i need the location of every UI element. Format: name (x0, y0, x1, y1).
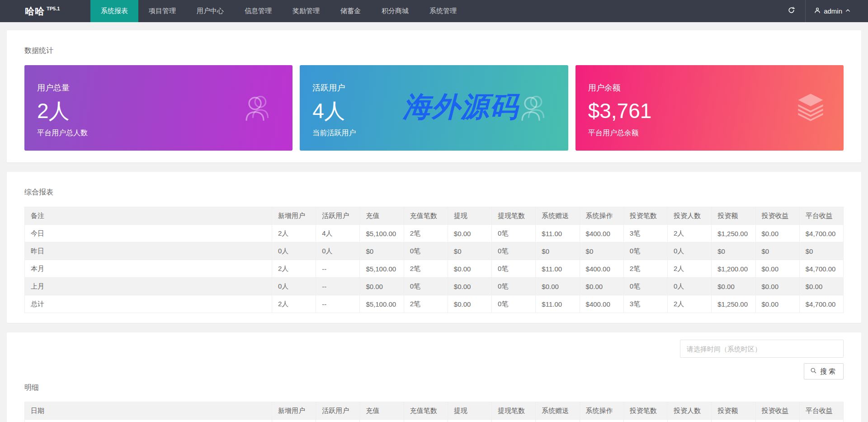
table-cell: $0.00 (448, 420, 491, 422)
table-cell: $11.00 (536, 225, 580, 242)
page-content: 数据统计 用户总量 2人 平台用户总人数 活跃用户 4人 当前活 (0, 22, 868, 422)
column-header: 系统操作 (580, 207, 623, 225)
table-cell: 2笔 (623, 260, 667, 278)
search-button[interactable]: 搜索 (804, 363, 844, 379)
chevron-up-icon (845, 7, 851, 15)
table-cell: 4人 (316, 225, 360, 242)
table-cell: 0人 (668, 242, 712, 260)
table-cell: $5,100.00 (360, 225, 404, 242)
username: admin (824, 7, 842, 15)
stat-card-active-users: 活跃用户 4人 当前活跃用户 海外源码 (300, 65, 568, 151)
column-header: 提现笔数 (492, 402, 536, 420)
table-cell: 0人 (668, 278, 712, 295)
table-header-row: 日期新增用户活跃用户充值充值笔数提现提现笔数系统赠送系统操作投资笔数投资人数投资… (25, 402, 844, 420)
column-header: 投资笔数 (623, 402, 667, 420)
table-cell: $4,700.00 (799, 225, 843, 242)
users-icon (241, 90, 275, 126)
table-cell: $0 (536, 242, 580, 260)
table-cell: 3笔 (623, 225, 667, 242)
table-cell: $0.00 (580, 278, 623, 295)
table-cell: 0笔 (492, 225, 536, 242)
table-cell: $0.00 (799, 420, 843, 422)
column-header: 活跃用户 (316, 402, 360, 420)
table-cell: -- (316, 260, 360, 278)
summary-table: 备注新增用户活跃用户充值充值笔数提现提现笔数系统赠送系统操作投资笔数投资人数投资… (24, 207, 844, 313)
table-cell: 本月 (25, 260, 272, 278)
refresh-button[interactable] (778, 0, 805, 22)
table-cell: $0.00 (755, 295, 799, 313)
column-header: 系统赠送 (536, 207, 580, 225)
table-cell: 0笔 (492, 278, 536, 295)
table-cell: 2人 (272, 260, 316, 278)
column-header: 活跃用户 (316, 207, 360, 225)
table-cell: 2023-06-01 (25, 420, 272, 422)
time-range-input[interactable] (680, 340, 844, 358)
card-caption: 平台用户总人数 (37, 128, 292, 138)
table-cell: 0笔 (492, 260, 536, 278)
column-header: 投资人数 (668, 402, 712, 420)
detail-section-title: 明细 (24, 379, 844, 402)
nav-item[interactable]: 奖励管理 (282, 0, 330, 22)
column-header: 新增用户 (272, 207, 316, 225)
table-row: 昨日0人0人$00笔$00笔$0$00笔0人$0$0$0 (25, 242, 844, 260)
table-cell: 2人 (668, 260, 712, 278)
main-menu: 系统报表项目管理用户中心信息管理奖励管理储蓄金积分商城系统管理 (90, 0, 778, 22)
nav-item[interactable]: 用户中心 (186, 0, 234, 22)
column-header: 系统操作 (580, 402, 623, 420)
stat-card-total-users: 用户总量 2人 平台用户总人数 (24, 65, 292, 151)
detail-table: 日期新增用户活跃用户充值充值笔数提现提现笔数系统赠送系统操作投资笔数投资人数投资… (24, 402, 844, 422)
nav-item[interactable]: 储蓄金 (330, 0, 371, 22)
table-cell: 0笔 (492, 420, 536, 422)
search-button-row: 搜索 (24, 358, 844, 379)
table-cell: 0笔 (492, 242, 536, 260)
column-header: 投资笔数 (623, 207, 667, 225)
column-header: 系统赠送 (536, 402, 580, 420)
card-caption: 平台用户总余额 (588, 128, 844, 138)
table-cell: 0人 (272, 278, 316, 295)
table-cell: 0笔 (404, 420, 448, 422)
table-header-row: 备注新增用户活跃用户充值充值笔数提现提现笔数系统赠送系统操作投资笔数投资人数投资… (25, 207, 844, 225)
table-cell: 0笔 (623, 278, 667, 295)
table-cell: $0.00 (448, 295, 491, 313)
navbar-right: admin (778, 0, 859, 22)
search-icon (810, 367, 817, 375)
stat-card-user-balance: 用户余额 $3,761 平台用户总余额 (576, 65, 844, 151)
column-header: 平台收益 (799, 402, 843, 420)
table-cell: $0.00 (755, 260, 799, 278)
summary-section-title: 综合报表 (24, 172, 844, 207)
users-icon (516, 90, 551, 126)
table-cell: 2人 (272, 295, 316, 313)
nav-item[interactable]: 积分商城 (371, 0, 419, 22)
table-cell: 0笔 (404, 242, 448, 260)
table-cell: 2笔 (404, 260, 448, 278)
table-cell: 0人 (272, 420, 316, 422)
nav-item[interactable]: 信息管理 (234, 0, 282, 22)
column-header: 平台收益 (799, 207, 843, 225)
stat-cards-row: 用户总量 2人 平台用户总人数 活跃用户 4人 当前活跃用户 (24, 65, 844, 151)
table-cell: 0人 (668, 420, 712, 422)
table-cell: $400.00 (580, 295, 623, 313)
table-cell: $0 (360, 242, 404, 260)
column-header: 备注 (25, 207, 272, 225)
user-menu[interactable]: admin (806, 0, 859, 22)
table-cell: 总计 (25, 295, 272, 313)
nav-item[interactable]: 项目管理 (138, 0, 186, 22)
column-header: 充值笔数 (404, 402, 448, 420)
table-cell: $4,700.00 (799, 295, 843, 313)
nav-item[interactable]: 系统管理 (419, 0, 467, 22)
table-cell: 2人 (272, 225, 316, 242)
column-header: 充值 (360, 402, 404, 420)
nav-item[interactable]: 系统报表 (90, 0, 138, 22)
table-cell: $0.00 (755, 225, 799, 242)
table-cell: 0笔 (404, 278, 448, 295)
table-cell: $5,100.00 (360, 295, 404, 313)
app-logo[interactable]: 哈哈 TP5.1 (0, 0, 90, 22)
table-cell: 2人 (668, 225, 712, 242)
table-cell: $0.00 (448, 260, 491, 278)
column-header: 提现 (448, 402, 491, 420)
column-header: 投资人数 (668, 207, 712, 225)
table-cell: $1,250.00 (712, 295, 755, 313)
table-cell: $0.00 (536, 420, 580, 422)
table-row: 2023-06-010人0人$0.000笔$0.000笔$0.00$0.000笔… (25, 420, 844, 422)
table-cell: $0 (580, 242, 623, 260)
